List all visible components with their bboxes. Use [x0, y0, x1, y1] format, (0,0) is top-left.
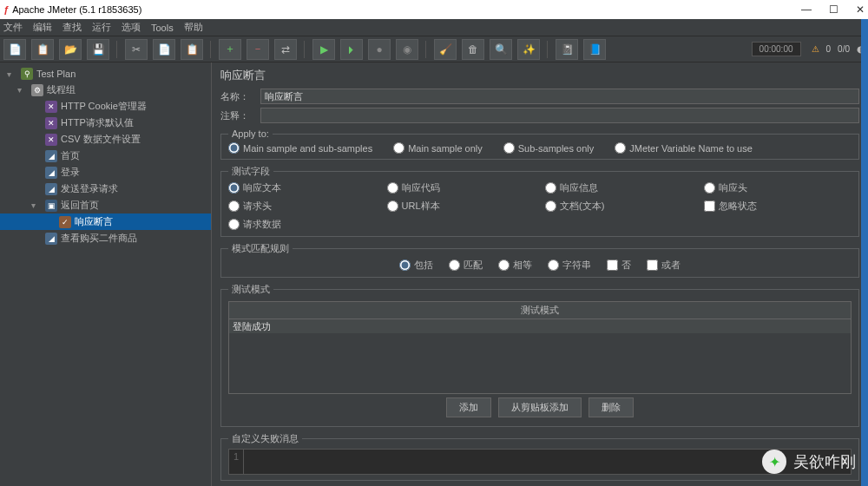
- menu-file[interactable]: 文件: [3, 21, 23, 34]
- expand-icon[interactable]: ＋: [219, 39, 241, 60]
- apply-main-sub[interactable]: Main sample and sub-samples: [228, 142, 372, 154]
- field-code[interactable]: 响应代码: [387, 181, 536, 194]
- rule-contains[interactable]: 包括: [399, 259, 433, 272]
- match-rule-fieldset: 模式匹配规则 包括 匹配 相等 字符串 否 或者: [220, 242, 859, 278]
- test-field-legend: 测试字段: [228, 165, 273, 178]
- save-icon[interactable]: 💾: [87, 39, 109, 60]
- minimize-button[interactable]: —: [801, 3, 812, 16]
- rule-equals[interactable]: 相等: [498, 259, 532, 272]
- field-ignore-status[interactable]: 忽略状态: [704, 200, 852, 213]
- pattern-fieldset: 测试模式 测试模式 添加 从剪贴板添加 删除: [220, 283, 859, 427]
- tree-response-assertion[interactable]: ✓响应断言: [0, 213, 211, 230]
- thread-count: 0/0: [838, 44, 850, 54]
- tree-csv-config[interactable]: ✕CSV 数据文件设置: [0, 131, 211, 148]
- tree-login[interactable]: ◢登录: [0, 164, 211, 181]
- field-headers[interactable]: 响应头: [704, 181, 852, 194]
- search-icon[interactable]: 🔍: [490, 39, 512, 60]
- menu-search[interactable]: 查找: [62, 21, 82, 34]
- comment-input[interactable]: [260, 108, 859, 123]
- tree-http-defaults[interactable]: ✕HTTP请求默认值: [0, 115, 211, 131]
- toggle-icon[interactable]: ⇄: [274, 39, 297, 60]
- match-rule-legend: 模式匹配规则: [228, 242, 293, 255]
- collapse-icon[interactable]: －: [247, 39, 269, 60]
- name-label: 名称：: [220, 90, 255, 103]
- app-icon: ƒ: [3, 4, 9, 15]
- start-icon[interactable]: ▶: [312, 39, 335, 60]
- tree-send-login[interactable]: ◢发送登录请求: [0, 181, 211, 197]
- pattern-table[interactable]: [228, 319, 852, 394]
- templates-icon[interactable]: 📋: [31, 39, 54, 60]
- menu-edit[interactable]: 编辑: [33, 21, 52, 34]
- warning-count: 0: [826, 44, 832, 54]
- apply-main[interactable]: Main sample only: [393, 142, 483, 154]
- apply-sub[interactable]: Sub-samples only: [503, 142, 594, 154]
- panel-title: 响应断言: [220, 68, 859, 83]
- warning-icon: ⚠: [812, 44, 819, 54]
- paste-button[interactable]: 从剪贴板添加: [498, 397, 582, 417]
- field-text[interactable]: 响应文本: [228, 181, 377, 194]
- line-number: 1: [228, 449, 244, 475]
- menu-run[interactable]: 运行: [92, 21, 111, 34]
- start-notimers-icon[interactable]: ⏵: [340, 39, 363, 60]
- add-button[interactable]: 添加: [446, 397, 491, 417]
- field-msg[interactable]: 响应信息: [545, 181, 694, 194]
- timer: 00:00:00: [752, 42, 801, 56]
- watermark: ✦ 吴欲咋刚: [762, 450, 856, 474]
- paste-icon[interactable]: 📋: [181, 39, 203, 60]
- rule-not[interactable]: 否: [607, 259, 631, 272]
- field-doc[interactable]: 文档(文本): [545, 200, 694, 213]
- tree-panel: ▾⚲Test Plan ▾⚙线程组 ✕HTTP Cookie管理器 ✕HTTP请…: [0, 62, 212, 486]
- menu-options[interactable]: 选项: [122, 21, 141, 34]
- name-input[interactable]: [260, 89, 859, 104]
- wechat-icon: ✦: [762, 450, 786, 474]
- comment-label: 注释：: [220, 109, 255, 122]
- test-field-fieldset: 测试字段 响应文本 响应代码 响应信息 响应头 请求头 URL样本 文档(文本)…: [220, 165, 859, 237]
- help-icon[interactable]: 📘: [583, 39, 606, 60]
- tree-back-home[interactable]: ▾▣返回首页: [0, 197, 211, 213]
- content-panel: 响应断言 名称： 注释： Apply to: Main sample and s…: [212, 62, 868, 486]
- function-helper-icon[interactable]: 📓: [556, 39, 578, 60]
- delete-button[interactable]: 删除: [589, 397, 634, 417]
- tree-home[interactable]: ◢首页: [0, 148, 211, 164]
- stop-icon[interactable]: ●: [368, 39, 391, 60]
- copy-icon[interactable]: 📄: [153, 39, 175, 60]
- pattern-legend: 测试模式: [228, 283, 273, 296]
- close-button[interactable]: ✕: [856, 3, 865, 16]
- apply-to-legend: Apply to:: [228, 128, 273, 139]
- new-icon[interactable]: 📄: [3, 39, 26, 60]
- tree-thread-group[interactable]: ▾⚙线程组: [0, 82, 211, 98]
- cut-icon[interactable]: ✂: [125, 39, 148, 60]
- fail-msg-textarea[interactable]: [244, 449, 852, 475]
- menu-tools[interactable]: Tools: [151, 23, 174, 33]
- field-url[interactable]: URL样本: [387, 200, 536, 213]
- tree-test-plan[interactable]: ▾⚲Test Plan: [0, 66, 211, 82]
- open-icon[interactable]: 📂: [59, 39, 82, 60]
- toolbar: 📄 📋 📂 💾 ✂ 📄 📋 ＋ － ⇄ ▶ ⏵ ● ◉ 🧹 🗑 🔍 ✨ 📓 📘 …: [0, 36, 868, 62]
- menu-help[interactable]: 帮助: [184, 21, 203, 34]
- clear-icon[interactable]: 🧹: [434, 39, 457, 60]
- titlebar: ƒ Apache JMeter (5.1 r1853635) — ☐ ✕: [0, 0, 868, 19]
- shutdown-icon[interactable]: ◉: [396, 39, 418, 60]
- apply-to-fieldset: Apply to: Main sample and sub-samples Ma…: [220, 128, 859, 160]
- field-req-headers[interactable]: 请求头: [228, 200, 377, 213]
- tree-view[interactable]: ◢查看购买二件商品: [0, 230, 211, 246]
- field-req-data[interactable]: 请求数据: [228, 218, 377, 231]
- fail-msg-legend: 自定义失败消息: [228, 432, 302, 445]
- maximize-button[interactable]: ☐: [829, 3, 838, 16]
- rule-substring[interactable]: 字符串: [548, 259, 591, 272]
- menubar: 文件 编辑 查找 运行 选项 Tools 帮助: [0, 19, 868, 36]
- clear-all-icon[interactable]: 🗑: [462, 39, 484, 60]
- pattern-table-header: 测试模式: [228, 301, 852, 319]
- pattern-row-input[interactable]: [229, 319, 851, 333]
- window-title: Apache JMeter (5.1 r1853635): [12, 4, 141, 15]
- rule-matches[interactable]: 匹配: [449, 259, 483, 272]
- watermark-text: 吴欲咋刚: [793, 451, 856, 472]
- tree-cookie-manager[interactable]: ✕HTTP Cookie管理器: [0, 98, 211, 115]
- scrollbar[interactable]: [861, 19, 868, 486]
- reset-search-icon[interactable]: ✨: [517, 39, 540, 60]
- rule-or[interactable]: 或者: [647, 259, 681, 272]
- apply-variable[interactable]: JMeter Variable Name to use: [615, 142, 753, 154]
